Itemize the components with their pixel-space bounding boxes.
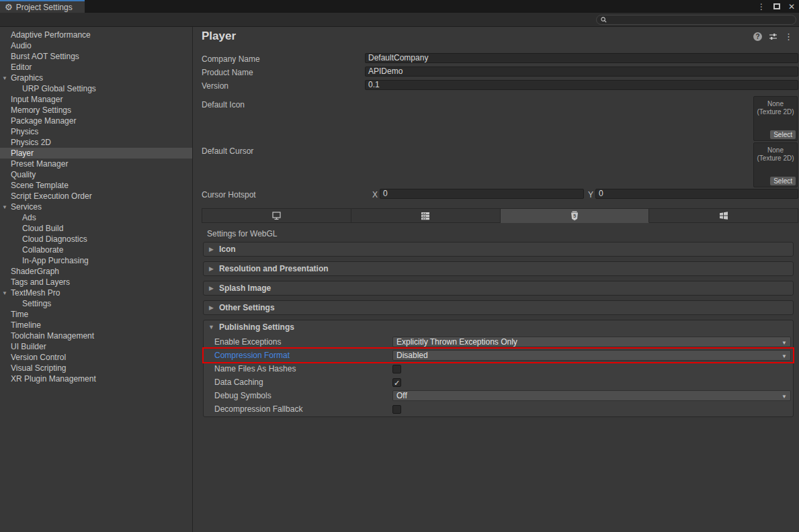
search-input[interactable] <box>609 16 784 24</box>
sidebar-item-label: Visual Scripting <box>11 363 67 373</box>
sidebar-item-input-manager[interactable]: Input Manager <box>0 94 192 105</box>
sidebar-item-settings[interactable]: Settings <box>0 298 192 309</box>
sidebar-item-label: Editor <box>11 62 32 72</box>
search-box[interactable] <box>596 15 796 25</box>
cursor-hotspot-x-label: X <box>372 190 378 200</box>
default-icon-select-button[interactable]: Select <box>770 130 796 139</box>
sidebar-item-package-manager[interactable]: Package Manager <box>0 116 192 126</box>
window-tab-project-settings[interactable]: ⚙ Project Settings <box>0 0 85 13</box>
property-label: Decompression Fallback <box>214 404 392 414</box>
sidebar-item-label: Physics 2D <box>11 138 51 147</box>
section-resolution-and-presentation[interactable]: ▶Resolution and Presentation <box>203 261 794 276</box>
property-row-version: Version0.1 <box>194 80 799 93</box>
section-icon[interactable]: ▶Icon <box>203 242 794 257</box>
data-caching-checkbox[interactable]: ✓ <box>392 378 401 387</box>
sidebar-item-player[interactable]: Player <box>0 148 192 159</box>
default-cursor-value-line1: None <box>767 146 784 154</box>
maximize-icon[interactable] <box>773 3 780 9</box>
sidebar-item-script-execution-order[interactable]: Script Execution Order <box>0 191 192 202</box>
default-cursor-well[interactable]: None (Texture 2D) Select <box>753 142 798 187</box>
cursor-hotspot-x-field[interactable]: 0 <box>380 189 584 199</box>
sidebar-item-adaptive-performance[interactable]: Adaptive Performance <box>0 30 192 40</box>
sidebar-item-preset-manager[interactable]: Preset Manager <box>0 159 192 169</box>
sidebar-item-collaborate[interactable]: Collaborate <box>0 245 192 255</box>
sidebar-item-label: Version Control <box>11 353 66 362</box>
cursor-hotspot-label: Cursor Hotspot <box>202 190 256 200</box>
product-name-field[interactable]: APIDemo <box>365 66 798 77</box>
foldout-closed-icon: ▶ <box>209 304 214 311</box>
sidebar-item-cloud-build[interactable]: Cloud Build <box>0 223 192 234</box>
publishing-settings-header[interactable]: ▼ Publishing Settings <box>204 320 793 334</box>
section-label: Icon <box>219 245 236 254</box>
sidebar-item-burst-aot-settings[interactable]: Burst AOT Settings <box>0 51 192 62</box>
foldout-open-icon[interactable]: ▼ <box>2 288 7 299</box>
preset-icon[interactable] <box>769 32 777 41</box>
platform-tab-webgl[interactable]: 5 <box>501 208 650 223</box>
debug-symbols-dropdown[interactable]: Off▼ <box>392 390 791 401</box>
sidebar-item-label: Package Manager <box>11 116 76 126</box>
property-row-product-name: Product NameAPIDemo <box>194 66 799 80</box>
player-settings-panel: Player ? ⋮ Company NameDefaultCompanyPro… <box>194 27 799 532</box>
property-control <box>392 365 791 373</box>
platform-tab-standalone[interactable] <box>202 208 351 223</box>
foldout-open-icon[interactable]: ▼ <box>2 73 7 84</box>
sidebar-item-visual-scripting[interactable]: Visual Scripting <box>0 363 192 373</box>
cursor-hotspot-y-field[interactable]: 0 <box>595 189 798 199</box>
sidebar-item-version-control[interactable]: Version Control <box>0 352 192 363</box>
window-menu-icon[interactable]: ⋮ <box>757 3 765 11</box>
company-name-field[interactable]: DefaultCompany <box>365 53 798 63</box>
sidebar-item-services[interactable]: ▼Services <box>0 202 192 212</box>
sidebar-item-graphics[interactable]: ▼Graphics <box>0 73 192 83</box>
settings-sections: ▶Icon▶Resolution and Presentation▶Splash… <box>203 242 794 320</box>
publishing-settings-title: Publishing Settings <box>219 322 294 332</box>
publishing-settings-box: ▼ Publishing Settings Enable ExceptionsE… <box>203 320 794 417</box>
property-control <box>392 405 791 414</box>
sidebar-item-physics-2d[interactable]: Physics 2D <box>0 137 192 148</box>
sidebar-item-time[interactable]: Time <box>0 309 192 320</box>
name-files-as-hashes-checkbox[interactable] <box>392 365 401 373</box>
property-label: Product Name <box>202 68 253 77</box>
sidebar-item-label: Settings <box>22 299 51 308</box>
sidebar-item-cloud-diagnostics[interactable]: Cloud Diagnostics <box>0 234 192 245</box>
sidebar-item-scene-template[interactable]: Scene Template <box>0 180 192 191</box>
sidebar-item-in-app-purchasing[interactable]: In-App Purchasing <box>0 255 192 266</box>
sidebar-item-editor[interactable]: Editor <box>0 62 192 73</box>
sidebar-item-label: ShaderGraph <box>11 267 59 276</box>
sidebar-item-ads[interactable]: Ads <box>0 212 192 223</box>
window-controls: ⋮ ✕ <box>757 0 795 13</box>
sidebar-item-audio[interactable]: Audio <box>0 40 192 51</box>
property-row-company-name: Company NameDefaultCompany <box>194 53 799 66</box>
enable-exceptions-dropdown[interactable]: Explicitly Thrown Exceptions Only▼ <box>392 337 791 347</box>
sidebar-item-timeline[interactable]: Timeline <box>0 320 192 330</box>
sidebar-item-textmesh-pro[interactable]: ▼TextMesh Pro <box>0 287 192 298</box>
help-icon[interactable]: ? <box>753 32 762 41</box>
compression-format-dropdown[interactable]: Disabled▼ <box>392 350 791 361</box>
sidebar-item-xr-plugin-management[interactable]: XR Plugin Management <box>0 373 192 384</box>
version-field[interactable]: 0.1 <box>365 80 798 90</box>
close-icon[interactable]: ✕ <box>788 3 795 11</box>
default-icon-well[interactable]: None (Texture 2D) Select <box>753 96 798 141</box>
platform-tab-dedicated-server[interactable] <box>351 208 501 223</box>
property-label: Debug Symbols <box>214 391 392 400</box>
platform-tab-windows[interactable] <box>649 208 798 223</box>
chevron-down-icon: ▼ <box>782 392 787 402</box>
panel-menu-icon[interactable]: ⋮ <box>784 32 793 41</box>
search-icon <box>601 17 607 23</box>
foldout-open-icon[interactable]: ▼ <box>2 202 7 213</box>
sidebar-item-tags-and-layers[interactable]: Tags and Layers <box>0 277 192 287</box>
sidebar-item-urp-global-settings[interactable]: URP Global Settings <box>0 83 192 94</box>
property-control: Explicitly Thrown Exceptions Only▼ <box>392 337 791 347</box>
sidebar-item-quality[interactable]: Quality <box>0 169 192 180</box>
section-splash-image[interactable]: ▶Splash Image <box>203 281 794 296</box>
foldout-open-icon: ▼ <box>208 324 214 330</box>
sidebar-item-ui-builder[interactable]: UI Builder <box>0 341 192 352</box>
sidebar-item-label: Services <box>11 202 42 212</box>
section-other-settings[interactable]: ▶Other Settings <box>203 300 794 315</box>
default-cursor-select-button[interactable]: Select <box>770 177 796 185</box>
sidebar-item-toolchain-management[interactable]: Toolchain Management <box>0 330 192 341</box>
sidebar-item-physics[interactable]: Physics <box>0 126 192 137</box>
cursor-hotspot-y-label: Y <box>588 190 593 200</box>
decompression-fallback-checkbox[interactable] <box>392 405 401 414</box>
sidebar-item-shadergraph[interactable]: ShaderGraph <box>0 266 192 277</box>
sidebar-item-memory-settings[interactable]: Memory Settings <box>0 105 192 116</box>
